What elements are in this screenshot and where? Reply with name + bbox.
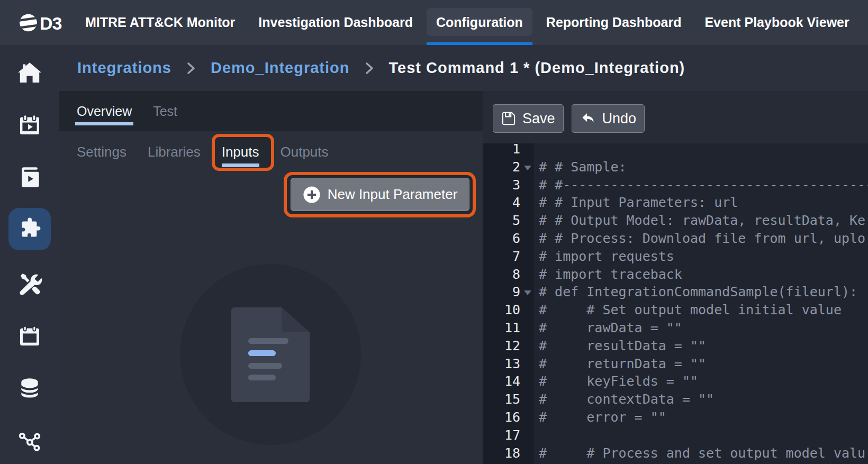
subtab-outputs[interactable]: Outputs [281, 142, 329, 162]
tab-test[interactable]: Test [153, 91, 177, 131]
code-text [534, 143, 539, 158]
d3-logo: D3 [20, 0, 60, 45]
sidebar-item-calendar[interactable] [0, 323, 59, 349]
line-number: 7 [483, 248, 520, 266]
subtab-libraries[interactable]: Libraries [148, 142, 201, 162]
nav-item-investigation-dashboard[interactable]: Investigation Dashboard [249, 0, 422, 45]
sidebar-item-event-monitor[interactable] [0, 112, 59, 138]
nav-item-mitre-att-ck-monitor[interactable]: MITRE ATT&CK Monitor [76, 0, 245, 45]
code-text: # # Output Model: rawData, resultData, K… [534, 212, 865, 230]
fold-gutter [520, 266, 534, 284]
code-text: # # Set output model initial value [534, 301, 842, 319]
network-share-icon [17, 429, 42, 453]
sidebar-item-home[interactable] [0, 60, 59, 85]
panel-subtabs: SettingsLibrariesInputsOutputs [59, 131, 483, 172]
line-number: 2 [483, 158, 520, 176]
nav-item-reporting-dashboard[interactable]: Reporting Dashboard [537, 0, 691, 45]
line-number: 11 [483, 319, 520, 337]
command-overview-panel: OverviewTest SettingsLibrariesInputsOutp… [59, 91, 483, 464]
sidebar-item-utilities[interactable] [0, 271, 59, 296]
fold-gutter [520, 301, 534, 319]
fold-arrow-icon[interactable] [520, 283, 534, 301]
save-button[interactable]: Save [493, 104, 564, 133]
undo-label: Undo [602, 111, 637, 127]
code-line: 14# keyFields = "" [483, 372, 868, 390]
fold-gutter [520, 408, 534, 426]
line-number: 15 [483, 390, 520, 408]
code-text: # error = "" [534, 408, 666, 426]
code-text: # import traceback [534, 266, 682, 284]
playbook-icon [17, 165, 42, 189]
nav-item-label: Event Playbook Viewer [704, 15, 849, 30]
sidebar-item-network[interactable] [0, 428, 59, 453]
code-text: # returnData = "" [534, 355, 706, 373]
code-line: 9# def IntegrationCommandSample(fileurl)… [483, 283, 868, 301]
panel-tabs: OverviewTest [59, 91, 483, 131]
line-number: 17 [483, 426, 520, 444]
fold-gutter [520, 230, 534, 248]
breadcrumb-link-demo-integration[interactable]: Demo_Integration [211, 59, 350, 77]
sidebar-item-playbook[interactable] [0, 165, 59, 190]
code-text: # # Process: Download file from url, upl… [534, 230, 865, 248]
fold-gutter [520, 176, 534, 194]
code-text: # contextData = "" [534, 390, 714, 408]
code-line: 16# error = "" [483, 408, 868, 426]
new-input-parameter-label: New Input Parameter [328, 186, 458, 203]
line-number: 3 [483, 176, 520, 194]
fold-gutter [520, 194, 534, 212]
line-number: 10 [483, 301, 520, 319]
subtab-settings[interactable]: Settings [77, 142, 126, 162]
undo-icon [580, 111, 596, 126]
new-input-parameter-button[interactable]: New Input Parameter [291, 178, 469, 211]
line-number: 12 [483, 337, 520, 355]
code-line: 7# import requests [483, 248, 868, 266]
undo-button[interactable]: Undo [572, 104, 645, 133]
line-number: 14 [483, 372, 520, 390]
code-line: 8# import traceback [483, 266, 868, 284]
sidebar-item-integrations[interactable] [8, 208, 51, 250]
nav-item-configuration[interactable]: Configuration [427, 0, 532, 45]
code-line: 3# #------------------------------------… [483, 176, 868, 194]
svg-text:D3: D3 [40, 13, 62, 33]
breadcrumb-link-integrations[interactable]: Integrations [77, 59, 171, 77]
calendar-icon [17, 324, 42, 348]
tab-overview[interactable]: Overview [77, 91, 132, 131]
code-text: # resultData = "" [534, 337, 706, 355]
home-icon [17, 60, 42, 85]
fold-gutter [520, 426, 534, 444]
code-line: 18# # Process and set output model valu [483, 444, 868, 462]
nav-item-event-playbook-viewer[interactable]: Event Playbook Viewer [695, 0, 858, 45]
code-text: # # Sample: [534, 158, 627, 176]
save-label: Save [522, 111, 555, 127]
tools-icon [17, 271, 42, 296]
code-line: 5# # Output Model: rawData, resultData, … [483, 212, 868, 230]
top-navigation-bar: D3 MITRE ATT&CK MonitorInvestigation Das… [0, 0, 868, 45]
fold-gutter [520, 355, 534, 373]
code-line: 15# contextData = "" [483, 390, 868, 408]
code-text: # #-------------------------------------… [534, 176, 868, 194]
code-editor[interactable]: 12# # Sample:3# #-----------------------… [483, 143, 868, 464]
line-number: 18 [483, 444, 520, 462]
code-text: # # Process and set output model valu [534, 444, 865, 462]
code-text [534, 426, 539, 444]
code-line: 11# rawData = "" [483, 319, 868, 337]
fold-gutter [520, 319, 534, 337]
nav-item-label: Reporting Dashboard [546, 15, 682, 30]
line-number: 13 [483, 355, 520, 373]
breadcrumb-chevron-icon [364, 60, 375, 76]
empty-document-icon [231, 307, 310, 402]
fold-gutter [520, 248, 534, 266]
code-text: # def IntegrationCommandSample(fileurl): [534, 283, 857, 301]
code-line: 10# # Set output model initial value [483, 301, 868, 319]
save-icon [501, 111, 516, 126]
fold-gutter [520, 390, 534, 408]
subtab-inputs[interactable]: Inputs [222, 142, 259, 162]
code-line: 1 [483, 143, 868, 158]
fold-gutter [520, 143, 534, 158]
database-icon [17, 376, 42, 400]
breadcrumb: IntegrationsDemo_IntegrationTest Command… [0, 45, 868, 91]
sidebar-item-database[interactable] [0, 375, 59, 401]
fold-gutter [520, 212, 534, 230]
code-text: # # Input Parameters: url [534, 194, 738, 212]
fold-arrow-icon[interactable] [520, 158, 534, 176]
